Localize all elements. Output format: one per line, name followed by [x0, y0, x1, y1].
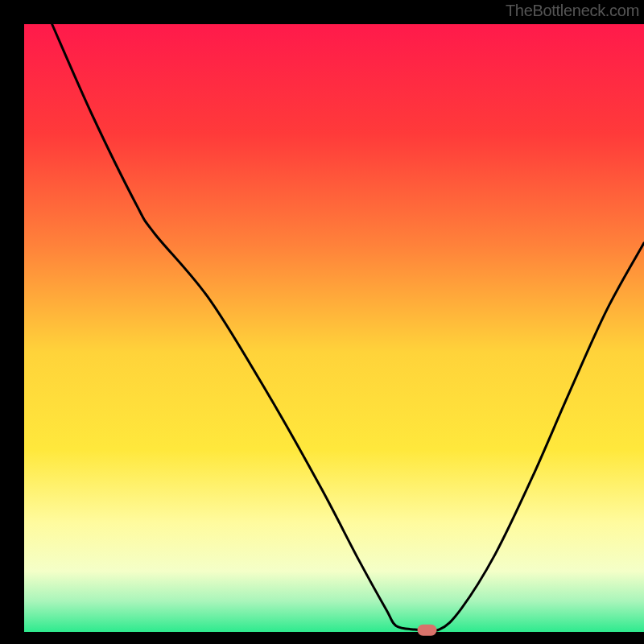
chart-container: TheBottleneck.com	[0, 0, 644, 644]
bottleneck-chart	[0, 0, 644, 644]
optimal-point-marker	[418, 625, 437, 636]
attribution-label: TheBottleneck.com	[506, 2, 639, 20]
chart-plot-background	[24, 24, 644, 632]
